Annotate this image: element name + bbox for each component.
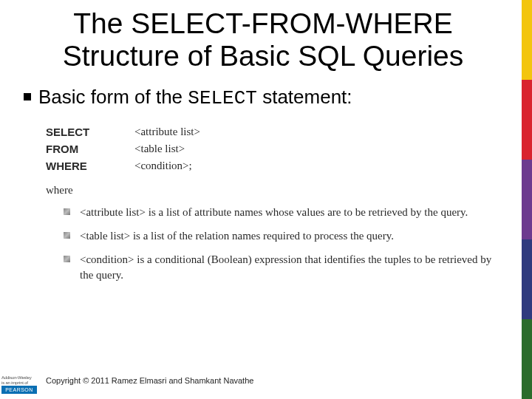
list-item: <condition> is a conditional (Boolean) e…	[64, 252, 495, 284]
publisher-logo: Addison-Wesley is an imprint of PEARSON	[1, 367, 37, 394]
list-item: <table list> is a list of the relation n…	[64, 228, 495, 245]
syntax-arg: <attribute list>	[134, 124, 200, 140]
syntax-keyword: FROM	[46, 141, 134, 157]
syntax-arg: <condition>;	[134, 158, 192, 174]
list-item-text: <condition> is a conditional (Boolean) e…	[80, 253, 491, 282]
bullet-prefix: Basic form of the	[38, 86, 188, 108]
logo-line1: Addison-Wesley	[1, 375, 37, 380]
copyright-text: Copyright © 2011 Ramez Elmasri and Shamk…	[46, 376, 253, 385]
slide-title: The SELECT-FROM-WHERE Structure of Basic…	[15, 7, 511, 72]
logo-brand: PEARSON	[1, 386, 37, 394]
square-bullet-icon	[64, 256, 70, 262]
syntax-row: SELECT <attribute list>	[46, 124, 495, 140]
bullet-suffix: statement:	[257, 86, 352, 108]
square-bullet-icon	[64, 208, 70, 215]
accent-stripe	[522, 0, 532, 399]
slide: The SELECT-FROM-WHERE Structure of Basic…	[0, 0, 532, 399]
list-item: <attribute list> is a list of attribute …	[64, 205, 495, 221]
list-item-text: <table list> is a list of the relation n…	[80, 230, 394, 242]
syntax-row: FROM <table list>	[46, 141, 495, 157]
list-item-text: <attribute list> is a list of attribute …	[80, 206, 468, 218]
where-label: where	[46, 183, 495, 199]
syntax-row: WHERE <condition>;	[46, 158, 495, 174]
square-bullet-icon	[64, 232, 70, 239]
syntax-keyword: WHERE	[46, 158, 134, 174]
bullet-code: SELECT	[188, 87, 257, 109]
sublist: <attribute list> is a list of attribute …	[64, 205, 495, 284]
bullet-main: Basic form of the SELECT statement:	[24, 86, 502, 109]
syntax-keyword: SELECT	[46, 124, 134, 140]
logo-line2: is an imprint of	[1, 381, 37, 385]
content-block: SELECT <attribute list> FROM <table list…	[46, 124, 495, 291]
footer: Addison-Wesley is an imprint of PEARSON …	[0, 366, 522, 395]
bullet-marker	[24, 93, 31, 100]
syntax-arg: <table list>	[134, 141, 185, 157]
